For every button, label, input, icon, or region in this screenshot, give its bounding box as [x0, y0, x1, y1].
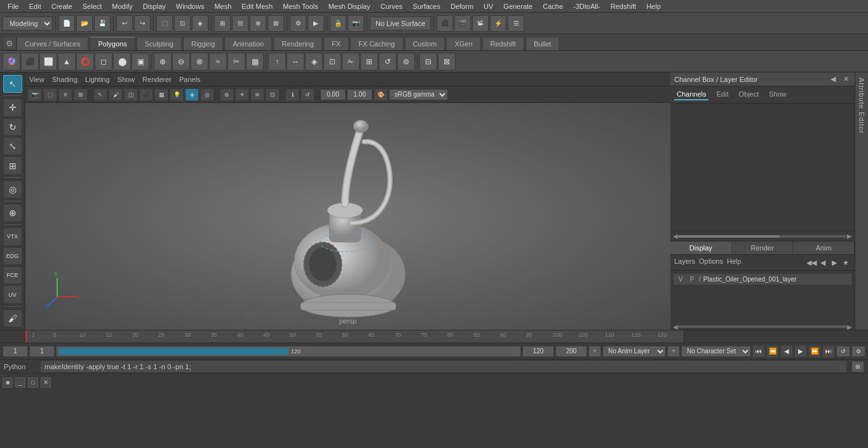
- edge-mode-btn[interactable]: EDG: [3, 247, 22, 265]
- anim-layer-arrow[interactable]: ▼: [588, 346, 601, 357]
- viewport-menu-panels[interactable]: Panels: [179, 76, 201, 83]
- layer-prev-icon[interactable]: ◀: [818, 257, 828, 268]
- layer-scroll-left[interactable]: ◀: [673, 323, 678, 330]
- subdiv-btn[interactable]: ⊡: [266, 88, 280, 101]
- win-maximize-btn[interactable]: □: [28, 377, 38, 388]
- light-btn[interactable]: 💡: [170, 88, 184, 101]
- separate-icon-btn[interactable]: ⊖: [172, 53, 190, 71]
- camera-far-input[interactable]: [347, 89, 372, 100]
- uv-mode-btn[interactable]: UV: [3, 285, 22, 303]
- cb-tab-object[interactable]: Object: [736, 89, 761, 100]
- snap-grid-button[interactable]: ⊞: [214, 15, 231, 32]
- menu-curves[interactable]: Curves: [376, 0, 408, 12]
- go-to-start-btn[interactable]: ⏮: [752, 345, 765, 358]
- sphere-icon-btn[interactable]: 🔮: [3, 53, 20, 71]
- snap-view-button[interactable]: ⊠: [268, 15, 284, 32]
- combine-icon-btn[interactable]: ⊕: [154, 53, 172, 71]
- char-set-dropdown[interactable]: No Character Set: [681, 346, 751, 357]
- range-slider[interactable]: 120: [56, 346, 521, 357]
- universal-manip-tool[interactable]: ⊞: [3, 156, 22, 174]
- extract-icon-btn[interactable]: ✂: [227, 53, 245, 71]
- layer-scrollbar[interactable]: [678, 325, 847, 328]
- cut-icon-btn[interactable]: ✁: [342, 53, 360, 71]
- tab-xgen[interactable]: XGen: [446, 37, 480, 50]
- textured-btn[interactable]: ▦: [154, 88, 168, 101]
- ipr-button[interactable]: ⚡: [490, 15, 506, 32]
- menu-display[interactable]: Display: [138, 0, 171, 12]
- tab-animation[interactable]: Animation: [224, 37, 272, 50]
- play-forward-btn[interactable]: ▶: [794, 345, 807, 358]
- menu-mesh[interactable]: Mesh: [209, 0, 236, 12]
- layer-playback[interactable]: P: [688, 276, 696, 283]
- snap-curve-button[interactable]: ⊟: [232, 15, 248, 32]
- paint-btn[interactable]: 🖌: [109, 88, 123, 101]
- select-tool-button[interactable]: ⬚: [156, 15, 173, 32]
- layer-new-icon[interactable]: ◀◀: [806, 257, 817, 268]
- layer-item[interactable]: V P / Plastic_Oiler_Opened_001_layer: [673, 273, 852, 285]
- timeline-ruler[interactable]: 1510152025303540455055606570758085909510…: [25, 330, 684, 343]
- rotate-tool[interactable]: ↻: [3, 118, 22, 136]
- layer-tab-display[interactable]: Display: [670, 241, 732, 254]
- max-frame-input[interactable]: [555, 346, 587, 357]
- menu-edit-mesh[interactable]: Edit Mesh: [236, 0, 278, 12]
- multi-cut-icon-btn[interactable]: ⊠: [438, 53, 456, 71]
- select-tool[interactable]: ↖: [3, 75, 22, 93]
- boolean-icon-btn[interactable]: ⊗: [191, 53, 208, 71]
- menu-generate[interactable]: Generate: [498, 0, 538, 12]
- vertex-mode-btn[interactable]: VTX: [3, 227, 22, 245]
- frame-start-input[interactable]: [3, 346, 28, 357]
- sculpt-tool[interactable]: 🖌: [3, 309, 22, 327]
- shaded-btn[interactable]: ⬛: [139, 88, 153, 101]
- torus-icon-btn[interactable]: ⭕: [76, 53, 94, 71]
- menu-select[interactable]: Select: [78, 0, 107, 12]
- soft-select-tool[interactable]: ◎: [3, 180, 22, 198]
- cube-icon-btn[interactable]: ⬛: [21, 53, 39, 71]
- current-frame-input[interactable]: [29, 346, 55, 357]
- smooth-icon-btn[interactable]: ≈: [209, 53, 227, 71]
- extra-render-button[interactable]: ☰: [508, 15, 524, 32]
- menu-create[interactable]: Create: [46, 0, 78, 12]
- film-gate-btn[interactable]: ⬚: [43, 88, 57, 101]
- grid-btn[interactable]: #: [58, 88, 72, 101]
- viewport-menu-shading[interactable]: Shading: [52, 76, 78, 83]
- scale-tool[interactable]: ⤡: [3, 137, 22, 155]
- camera-btn[interactable]: 📷: [28, 88, 42, 101]
- layer-tab-render[interactable]: Render: [732, 241, 794, 254]
- layer-opt-options[interactable]: Options: [699, 257, 723, 268]
- menu-surfaces[interactable]: Surfaces: [408, 0, 445, 12]
- menu-mesh-display[interactable]: Mesh Display: [323, 0, 376, 12]
- attribute-editor-tab[interactable]: Attribute Editor: [855, 72, 868, 330]
- frame-end-input[interactable]: [522, 346, 554, 357]
- hud-btn[interactable]: ℹ: [285, 88, 299, 101]
- command-output[interactable]: makeIdentity -apply true -t 1 -r 1 -s 1 …: [41, 361, 846, 372]
- bevel-icon-btn[interactable]: ◈: [305, 53, 323, 71]
- workspace-dropdown[interactable]: Modeling: [3, 17, 53, 31]
- tab-custom[interactable]: Custom: [405, 37, 445, 50]
- layer-visibility[interactable]: V: [676, 276, 685, 283]
- tab-polygons[interactable]: Polygons: [90, 37, 135, 50]
- status-script-btn[interactable]: ⊞: [851, 361, 864, 372]
- layer-last-icon[interactable]: ★: [841, 257, 851, 268]
- iso-btn[interactable]: ⊚: [220, 88, 234, 101]
- refresh-btn[interactable]: ↺: [301, 88, 315, 101]
- menu-windows[interactable]: Windows: [171, 0, 210, 12]
- move-tool[interactable]: ✛: [3, 98, 22, 116]
- tab-fx-caching[interactable]: FX Caching: [350, 37, 403, 50]
- menu-file[interactable]: File: [3, 0, 24, 12]
- viewport-menu-lighting[interactable]: Lighting: [85, 76, 110, 83]
- face-mode-btn[interactable]: FCE: [3, 266, 22, 284]
- channel-box-collapse-icon[interactable]: ◀: [828, 74, 838, 85]
- tab-rigging[interactable]: Rigging: [183, 37, 223, 50]
- menu-edit[interactable]: Edit: [24, 0, 46, 12]
- wire-btn[interactable]: ◫: [124, 88, 138, 101]
- snap-point-button[interactable]: ⊕: [250, 15, 266, 32]
- menu-3dto-all[interactable]: -3DtoAll-: [568, 0, 606, 12]
- open-scene-button[interactable]: 📂: [76, 15, 93, 32]
- mirror-icon-btn[interactable]: ⊟: [419, 53, 437, 71]
- tab-rendering[interactable]: Rendering: [273, 37, 322, 50]
- camera-button[interactable]: 📷: [348, 15, 364, 32]
- render-settings-button[interactable]: ⚙: [290, 15, 306, 32]
- layer-tab-anim[interactable]: Anim: [793, 241, 855, 254]
- win-minimize-btn[interactable]: _: [15, 377, 25, 388]
- menu-redshift[interactable]: Redshift: [606, 0, 641, 12]
